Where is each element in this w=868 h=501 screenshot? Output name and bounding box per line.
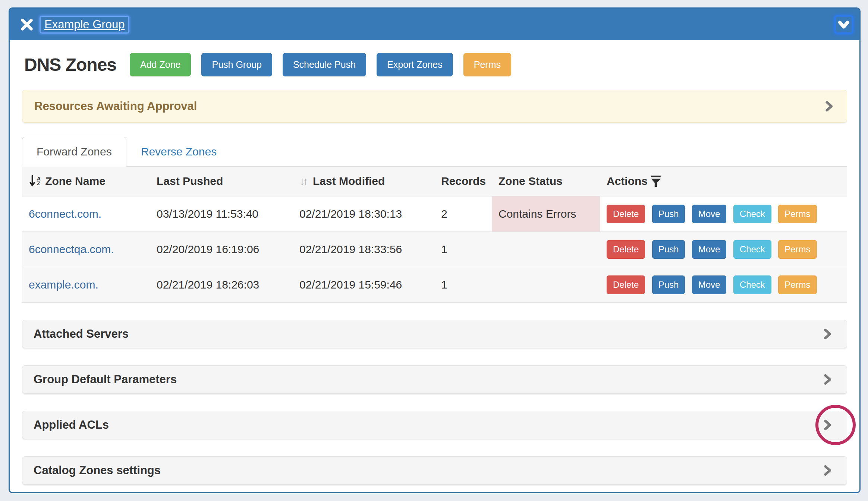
col-actions[interactable]: Actions: [600, 167, 847, 196]
delete-button[interactable]: Delete: [607, 205, 645, 223]
chevron-right-icon: [823, 100, 835, 112]
close-icon[interactable]: [19, 17, 34, 32]
sort-updown-icon[interactable]: ↓↑: [299, 175, 306, 188]
table-row: 6connectqa.com. 02/20/2019 16:19:06 02/2…: [22, 232, 847, 267]
schedule-push-button[interactable]: Schedule Push: [283, 53, 366, 76]
attached-servers-panel[interactable]: Attached Servers: [22, 320, 847, 348]
zone-link[interactable]: 6connectqa.com.: [29, 243, 114, 255]
chevron-right-icon: [821, 328, 833, 340]
col-last-modified[interactable]: ↓↑ Last Modified: [293, 167, 434, 196]
forward-zones-table: AZ Zone Name Last Pushed ↓↑ Last Modifie…: [22, 167, 847, 303]
collapse-group-button[interactable]: [834, 15, 853, 34]
group-card: Example Group DNS Zones Add Zone Push Gr…: [9, 7, 861, 493]
check-button[interactable]: Check: [733, 240, 771, 259]
zone-status-cell: Contains Errors: [492, 196, 600, 232]
actions-cell: Delete Push Move Check Perms: [600, 267, 847, 303]
records-cell: 2: [434, 196, 492, 232]
page-title: DNS Zones: [24, 54, 116, 75]
actions-cell: Delete Push Move Check Perms: [600, 196, 847, 232]
last-pushed-cell: 02/20/2019 16:19:06: [150, 232, 293, 267]
last-modified-cell: 02/21/2019 18:33:56: [293, 232, 434, 267]
chevron-down-icon: [837, 18, 850, 31]
filter-icon[interactable]: [651, 175, 661, 187]
title-row: DNS Zones Add Zone Push Group Schedule P…: [24, 53, 847, 76]
group-title-link[interactable]: Example Group: [40, 16, 129, 34]
table-row: 6connect.com. 03/13/2019 11:53:40 02/21/…: [22, 196, 847, 232]
zone-link[interactable]: 6connect.com.: [29, 208, 101, 220]
col-records[interactable]: Records: [434, 167, 492, 196]
move-button[interactable]: Move: [692, 240, 727, 259]
catalog-zones-settings-panel[interactable]: Catalog Zones settings: [22, 456, 847, 485]
last-pushed-cell: 03/13/2019 11:53:40: [150, 196, 293, 232]
tab-forward-zones[interactable]: Forward Zones: [22, 137, 126, 167]
col-zone-status[interactable]: Zone Status: [492, 167, 600, 196]
push-button[interactable]: Push: [652, 275, 685, 294]
last-pushed-cell: 02/21/2019 18:26:03: [150, 267, 293, 303]
chevron-right-icon: [821, 374, 833, 385]
push-button[interactable]: Push: [652, 240, 685, 259]
perms-button[interactable]: Perms: [778, 240, 817, 259]
chevron-right-icon: [821, 419, 833, 431]
push-button[interactable]: Push: [652, 205, 685, 223]
move-button[interactable]: Move: [692, 205, 727, 223]
zone-tabs: Forward Zones Reverse Zones: [22, 137, 847, 167]
group-default-parameters-panel[interactable]: Group Default Parameters: [22, 365, 847, 394]
tab-reverse-zones[interactable]: Reverse Zones: [126, 137, 231, 167]
group-card-header: Example Group: [10, 9, 859, 40]
zone-link[interactable]: example.com.: [29, 278, 98, 291]
move-button[interactable]: Move: [692, 275, 727, 294]
records-cell: 1: [434, 232, 492, 267]
col-zone-name[interactable]: AZ Zone Name: [22, 167, 150, 196]
chevron-right-icon: [821, 464, 833, 476]
perms-button[interactable]: Perms: [778, 275, 817, 294]
push-group-button[interactable]: Push Group: [201, 53, 272, 76]
perms-button[interactable]: Perms: [778, 205, 817, 223]
col-last-pushed[interactable]: Last Pushed: [150, 167, 293, 196]
delete-button[interactable]: Delete: [607, 275, 645, 294]
table-header-row: AZ Zone Name Last Pushed ↓↑ Last Modifie…: [22, 167, 847, 196]
sort-alpha-icon[interactable]: AZ: [29, 175, 41, 188]
add-zone-button[interactable]: Add Zone: [130, 53, 191, 76]
records-cell: 1: [434, 267, 492, 303]
resources-awaiting-approval-panel[interactable]: Resources Awaiting Approval: [22, 90, 847, 123]
group-card-body: DNS Zones Add Zone Push Group Schedule P…: [10, 40, 859, 485]
last-modified-cell: 02/21/2019 18:30:13: [293, 196, 434, 232]
actions-cell: Delete Push Move Check Perms: [600, 232, 847, 267]
perms-button[interactable]: Perms: [463, 53, 511, 76]
zone-status-cell: [492, 267, 600, 303]
last-modified-cell: 02/21/2019 15:59:46: [293, 267, 434, 303]
check-button[interactable]: Check: [733, 275, 771, 294]
zone-status-cell: [492, 232, 600, 267]
check-button[interactable]: Check: [733, 205, 771, 223]
resources-awaiting-approval-label: Resources Awaiting Approval: [34, 100, 197, 113]
applied-acls-panel[interactable]: Applied ACLs: [22, 411, 847, 439]
table-row: example.com. 02/21/2019 18:26:03 02/21/2…: [22, 267, 847, 303]
export-zones-button[interactable]: Export Zones: [377, 53, 453, 76]
delete-button[interactable]: Delete: [607, 240, 645, 259]
